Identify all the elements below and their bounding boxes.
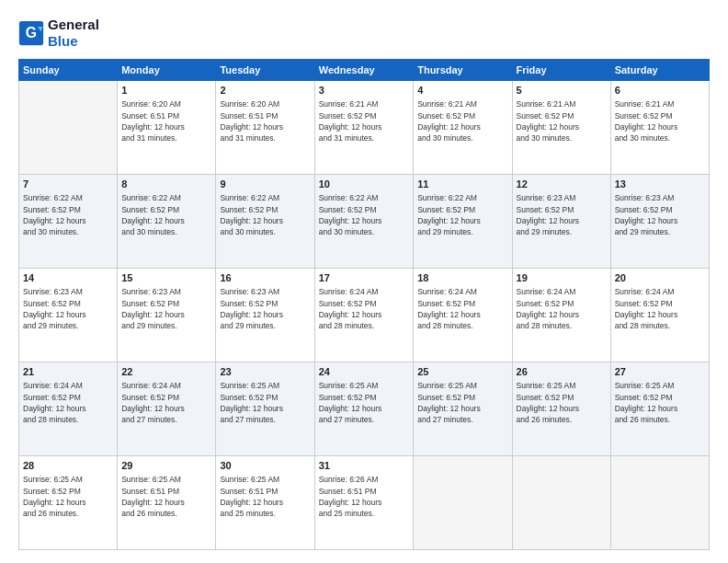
day-info: Sunrise: 6:25 AM Sunset: 6:52 PM Dayligh… <box>319 380 409 425</box>
calendar-cell: 4Sunrise: 6:21 AM Sunset: 6:52 PM Daylig… <box>414 81 512 175</box>
header: G General Blue <box>18 17 710 50</box>
day-info: Sunrise: 6:26 AM Sunset: 6:51 PM Dayligh… <box>319 474 409 519</box>
week-row-1: 1Sunrise: 6:20 AM Sunset: 6:51 PM Daylig… <box>19 81 710 175</box>
calendar-cell: 1Sunrise: 6:20 AM Sunset: 6:51 PM Daylig… <box>118 81 216 175</box>
logo-text-block: General Blue <box>48 17 99 50</box>
calendar-cell: 19Sunrise: 6:24 AM Sunset: 6:52 PM Dayli… <box>512 269 610 362</box>
day-number: 29 <box>121 459 211 473</box>
day-info: Sunrise: 6:22 AM Sunset: 6:52 PM Dayligh… <box>121 192 211 237</box>
day-info: Sunrise: 6:25 AM Sunset: 6:52 PM Dayligh… <box>615 380 705 425</box>
day-number: 30 <box>220 459 310 473</box>
day-number: 13 <box>615 178 705 191</box>
day-number: 14 <box>23 271 113 285</box>
day-info: Sunrise: 6:23 AM Sunset: 6:52 PM Dayligh… <box>220 286 310 331</box>
calendar-cell <box>414 456 512 550</box>
calendar-cell: 29Sunrise: 6:25 AM Sunset: 6:51 PM Dayli… <box>118 456 216 550</box>
col-header-tuesday: Tuesday <box>216 60 314 81</box>
col-header-monday: Monday <box>118 60 216 81</box>
week-row-5: 28Sunrise: 6:25 AM Sunset: 6:52 PM Dayli… <box>19 456 710 550</box>
day-number: 2 <box>220 84 310 98</box>
calendar-cell: 13Sunrise: 6:23 AM Sunset: 6:52 PM Dayli… <box>610 175 709 269</box>
day-info: Sunrise: 6:24 AM Sunset: 6:52 PM Dayligh… <box>615 286 705 331</box>
calendar-cell: 31Sunrise: 6:26 AM Sunset: 6:51 PM Dayli… <box>314 456 413 550</box>
calendar-cell: 12Sunrise: 6:23 AM Sunset: 6:52 PM Dayli… <box>512 175 610 269</box>
day-info: Sunrise: 6:23 AM Sunset: 6:52 PM Dayligh… <box>517 192 607 237</box>
calendar-cell: 9Sunrise: 6:22 AM Sunset: 6:52 PM Daylig… <box>216 175 314 269</box>
day-number: 10 <box>319 178 409 191</box>
day-number: 3 <box>319 84 409 98</box>
day-info: Sunrise: 6:21 AM Sunset: 6:52 PM Dayligh… <box>615 98 705 144</box>
col-header-sunday: Sunday <box>19 60 118 81</box>
logo-line1: General <box>48 17 99 33</box>
day-number: 25 <box>417 365 507 379</box>
calendar-cell: 27Sunrise: 6:25 AM Sunset: 6:52 PM Dayli… <box>610 362 709 456</box>
day-number: 8 <box>121 178 211 191</box>
day-info: Sunrise: 6:24 AM Sunset: 6:52 PM Dayligh… <box>517 286 607 331</box>
day-info: Sunrise: 6:20 AM Sunset: 6:51 PM Dayligh… <box>220 98 310 144</box>
calendar-cell <box>610 456 709 550</box>
calendar-cell: 25Sunrise: 6:25 AM Sunset: 6:52 PM Dayli… <box>414 362 512 456</box>
day-info: Sunrise: 6:24 AM Sunset: 6:52 PM Dayligh… <box>121 380 211 425</box>
day-info: Sunrise: 6:24 AM Sunset: 6:52 PM Dayligh… <box>319 286 409 331</box>
calendar-cell: 30Sunrise: 6:25 AM Sunset: 6:51 PM Dayli… <box>216 456 314 550</box>
day-info: Sunrise: 6:22 AM Sunset: 6:52 PM Dayligh… <box>417 192 507 237</box>
calendar-cell: 5Sunrise: 6:21 AM Sunset: 6:52 PM Daylig… <box>512 81 610 175</box>
calendar-cell: 16Sunrise: 6:23 AM Sunset: 6:52 PM Dayli… <box>216 269 314 362</box>
day-info: Sunrise: 6:25 AM Sunset: 6:51 PM Dayligh… <box>121 474 211 519</box>
calendar-cell: 7Sunrise: 6:22 AM Sunset: 6:52 PM Daylig… <box>19 175 118 269</box>
day-number: 15 <box>121 271 211 285</box>
calendar-cell: 22Sunrise: 6:24 AM Sunset: 6:52 PM Dayli… <box>118 362 216 456</box>
day-number: 17 <box>319 271 409 285</box>
week-row-4: 21Sunrise: 6:24 AM Sunset: 6:52 PM Dayli… <box>19 362 710 456</box>
day-info: Sunrise: 6:21 AM Sunset: 6:52 PM Dayligh… <box>417 98 507 144</box>
logo: G General Blue <box>18 17 99 50</box>
calendar-cell: 28Sunrise: 6:25 AM Sunset: 6:52 PM Dayli… <box>19 456 118 550</box>
day-number: 28 <box>23 459 113 473</box>
day-number: 31 <box>319 459 409 473</box>
day-info: Sunrise: 6:25 AM Sunset: 6:51 PM Dayligh… <box>220 474 310 519</box>
logo-icon: G <box>18 20 44 46</box>
day-number: 16 <box>220 271 310 285</box>
calendar-header-row: SundayMondayTuesdayWednesdayThursdayFrid… <box>19 60 710 81</box>
calendar-cell: 26Sunrise: 6:25 AM Sunset: 6:52 PM Dayli… <box>512 362 610 456</box>
col-header-saturday: Saturday <box>610 60 709 81</box>
day-info: Sunrise: 6:21 AM Sunset: 6:52 PM Dayligh… <box>319 98 409 144</box>
day-info: Sunrise: 6:22 AM Sunset: 6:52 PM Dayligh… <box>319 192 409 237</box>
day-info: Sunrise: 6:25 AM Sunset: 6:52 PM Dayligh… <box>417 380 507 425</box>
calendar-cell: 20Sunrise: 6:24 AM Sunset: 6:52 PM Dayli… <box>610 269 709 362</box>
day-number: 5 <box>517 84 607 98</box>
day-number: 27 <box>615 365 705 379</box>
calendar-cell <box>512 456 610 550</box>
day-number: 7 <box>23 178 113 191</box>
day-number: 6 <box>615 84 705 98</box>
day-number: 20 <box>615 271 705 285</box>
day-number: 12 <box>517 178 607 191</box>
logo-line2: Blue <box>48 33 99 50</box>
day-info: Sunrise: 6:24 AM Sunset: 6:52 PM Dayligh… <box>417 286 507 331</box>
day-number: 9 <box>220 178 310 191</box>
col-header-friday: Friday <box>512 60 610 81</box>
calendar-cell: 24Sunrise: 6:25 AM Sunset: 6:52 PM Dayli… <box>314 362 413 456</box>
calendar-cell: 6Sunrise: 6:21 AM Sunset: 6:52 PM Daylig… <box>610 81 709 175</box>
day-info: Sunrise: 6:25 AM Sunset: 6:52 PM Dayligh… <box>220 380 310 425</box>
week-row-2: 7Sunrise: 6:22 AM Sunset: 6:52 PM Daylig… <box>19 175 710 269</box>
calendar-cell: 8Sunrise: 6:22 AM Sunset: 6:52 PM Daylig… <box>118 175 216 269</box>
calendar-cell: 11Sunrise: 6:22 AM Sunset: 6:52 PM Dayli… <box>414 175 512 269</box>
calendar-cell: 21Sunrise: 6:24 AM Sunset: 6:52 PM Dayli… <box>19 362 118 456</box>
col-header-wednesday: Wednesday <box>314 60 413 81</box>
day-info: Sunrise: 6:25 AM Sunset: 6:52 PM Dayligh… <box>517 380 607 425</box>
day-info: Sunrise: 6:24 AM Sunset: 6:52 PM Dayligh… <box>23 380 113 425</box>
day-number: 23 <box>220 365 310 379</box>
day-info: Sunrise: 6:22 AM Sunset: 6:52 PM Dayligh… <box>220 192 310 237</box>
calendar-cell: 14Sunrise: 6:23 AM Sunset: 6:52 PM Dayli… <box>19 269 118 362</box>
day-number: 21 <box>23 365 113 379</box>
day-number: 11 <box>417 178 507 191</box>
day-number: 24 <box>319 365 409 379</box>
calendar-cell: 3Sunrise: 6:21 AM Sunset: 6:52 PM Daylig… <box>314 81 413 175</box>
day-number: 1 <box>121 84 211 98</box>
day-info: Sunrise: 6:23 AM Sunset: 6:52 PM Dayligh… <box>121 286 211 331</box>
day-number: 18 <box>417 271 507 285</box>
week-row-3: 14Sunrise: 6:23 AM Sunset: 6:52 PM Dayli… <box>19 269 710 362</box>
calendar-cell <box>19 81 118 175</box>
calendar-cell: 18Sunrise: 6:24 AM Sunset: 6:52 PM Dayli… <box>414 269 512 362</box>
